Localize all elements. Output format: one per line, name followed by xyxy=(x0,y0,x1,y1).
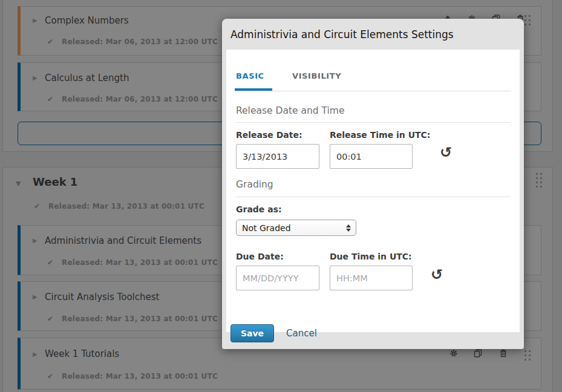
tab-visibility[interactable]: VISIBILITY xyxy=(292,71,341,80)
save-button[interactable]: Save xyxy=(230,324,274,342)
due-date-label: Due Date: xyxy=(236,252,284,261)
undo-icon[interactable]: ↺ xyxy=(431,267,443,282)
release-time-label: Release Time in UTC: xyxy=(330,130,430,140)
grade-as-label: Grade as: xyxy=(236,204,282,214)
select-stepper-icon xyxy=(346,224,351,232)
tab-divider xyxy=(235,91,511,91)
due-date-input[interactable] xyxy=(236,266,319,290)
tab-basic[interactable]: BASIC xyxy=(236,71,264,80)
grade-as-select[interactable]: Not Graded xyxy=(236,220,356,236)
due-time-input[interactable] xyxy=(330,266,413,290)
modal-title: Administrivia and Circuit Elements Setti… xyxy=(230,28,454,41)
undo-icon[interactable]: ↺ xyxy=(440,145,452,160)
release-date-input[interactable] xyxy=(236,144,319,169)
settings-modal: Administrivia and Circuit Elements Setti… xyxy=(222,19,524,349)
due-time-label: Due Time in UTC: xyxy=(330,252,412,261)
divider xyxy=(235,122,511,123)
release-section-heading: Release Date and Time xyxy=(236,105,344,116)
release-time-input[interactable] xyxy=(330,144,413,169)
studio-course-outline-page: ▶ Complex Numbers ✔Released: Mar 06, 201… xyxy=(0,0,562,392)
grading-section-heading: Grading xyxy=(236,179,273,190)
modal-body: BASIC VISIBILITY Release Date and Time R… xyxy=(226,50,520,332)
release-date-label: Release Date: xyxy=(236,130,302,140)
divider xyxy=(235,197,511,197)
selected-grade-value: Not Graded xyxy=(237,223,346,233)
cancel-link[interactable]: Cancel xyxy=(286,328,317,339)
